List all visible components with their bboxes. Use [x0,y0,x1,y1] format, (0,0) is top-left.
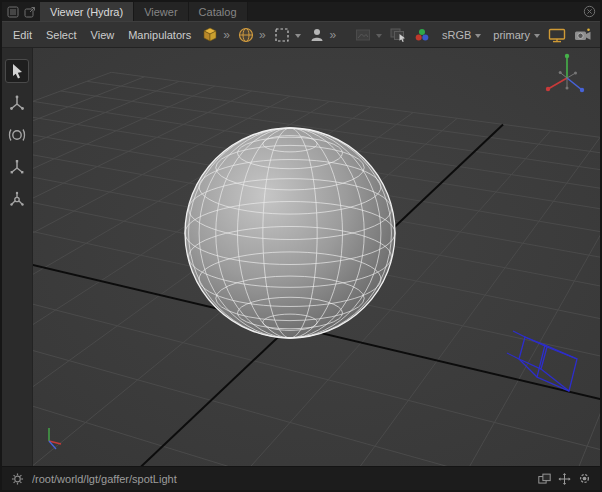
globe-icon[interactable] [237,26,255,44]
cube-icon[interactable] [201,26,219,44]
translate-tool-icon [8,94,26,112]
main-area [2,48,600,466]
rotate-tool-button[interactable] [5,123,29,147]
colorspace-dropdown-arrow-icon[interactable] [475,34,481,38]
sphere[interactable] [185,128,395,338]
image-dropdown-arrow-icon[interactable] [376,34,382,38]
tab-bar-left-icons [2,2,40,21]
menu-view[interactable]: View [84,22,122,47]
settings-gear-icon[interactable] [578,472,591,485]
menu-edit[interactable]: Edit [6,22,39,47]
status-bar: /root/world/lgt/gaffer/spotLight [2,466,600,490]
close-panel-icon[interactable] [583,5,596,18]
viewer-toolbar: Edit Select View Manipulators » » » [2,21,600,48]
translate-tool-button[interactable] [5,91,29,115]
frames-icon[interactable] [538,472,551,485]
tab-bar: Viewer (Hydra) Viewer Catalog [2,2,600,21]
selection-marquee-icon[interactable] [273,26,291,44]
person-icon[interactable] [308,26,326,44]
display-dropdown-arrow-icon[interactable] [534,34,540,38]
monitor-icon[interactable] [547,26,567,44]
person-expander[interactable]: » [330,28,337,42]
display-dropdown[interactable]: primary [493,29,530,41]
viewer-panel: Viewer (Hydra) Viewer Catalog Edit Selec… [0,0,602,492]
tool-strip [2,48,33,466]
scale-tool-icon [8,158,26,176]
globe-expander[interactable]: » [259,28,266,42]
tab-label: Catalog [199,6,237,18]
panel-menu-icon[interactable] [6,5,19,18]
menu-manipulators[interactable]: Manipulators [121,22,198,47]
tab-viewer[interactable]: Viewer [134,2,188,21]
scene-location-path: /root/world/lgt/gaffer/spotLight [32,473,530,485]
tab-label: Viewer [144,6,177,18]
rgb-dots-icon[interactable] [413,26,431,44]
tab-catalog[interactable]: Catalog [189,2,248,21]
pop-out-icon[interactable] [23,5,36,18]
status-bar-icons [538,472,591,485]
pointer-disabled-icon[interactable] [389,26,407,44]
colorspace-dropdown[interactable]: sRGB [442,29,471,41]
viewport-3d[interactable] [33,48,600,466]
camera-tool-icon [8,190,26,208]
marquee-dropdown-arrow-icon[interactable] [295,34,301,38]
tab-viewer-hydra[interactable]: Viewer (Hydra) [40,2,134,21]
image-disabled-icon[interactable] [354,26,372,44]
camera-tool-button[interactable] [5,187,29,211]
select-tool-icon [8,62,26,80]
cube-expander[interactable]: » [223,28,230,42]
move-icon[interactable] [558,472,571,485]
select-tool-button[interactable] [5,59,29,83]
rotate-tool-icon [8,126,26,144]
camera-icon[interactable] [573,26,593,44]
tab-label: Viewer (Hydra) [50,6,123,18]
scale-tool-button[interactable] [5,155,29,179]
menu-select[interactable]: Select [39,22,84,47]
tab-bar-spacer [248,2,579,21]
location-gear-icon[interactable] [11,472,24,485]
